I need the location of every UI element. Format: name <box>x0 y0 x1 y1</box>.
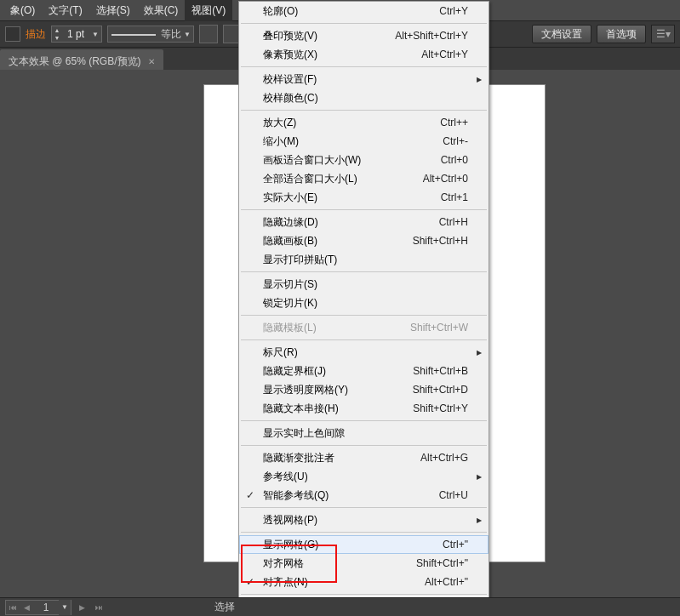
menu-item[interactable]: 校样颜色(C) <box>239 88 489 107</box>
menu-item[interactable]: 象(O) <box>3 0 42 21</box>
last-page-icon[interactable]: ⏭ <box>92 601 106 614</box>
menu-item[interactable]: 校样设置(F) <box>239 70 489 88</box>
menu-item[interactable]: 效果(C) <box>137 0 186 21</box>
menu-item[interactable]: 像素预览(X)Alt+Ctrl+Y <box>239 45 489 64</box>
menu-item[interactable]: 隐藏边缘(D)Ctrl+H <box>239 213 489 231</box>
menu-item-shortcut: Ctrl++ <box>440 117 468 128</box>
document-setup-button[interactable]: 文档设置 <box>532 25 591 43</box>
menu-item[interactable]: 锁定切片(K) <box>239 294 489 312</box>
menu-separator <box>241 66 487 67</box>
stroke-label: 描边 <box>26 27 46 42</box>
menu-item[interactable]: 实际大小(E)Ctrl+1 <box>239 188 489 207</box>
menu-item-label: 显示网格(G) <box>263 538 443 552</box>
menu-item-shortcut: Ctrl+1 <box>441 191 468 203</box>
menu-item[interactable]: 显示打印拼贴(T) <box>239 250 489 269</box>
page-value: 1 <box>33 602 59 613</box>
menu-item[interactable]: 标尺(R) <box>239 343 489 362</box>
menu-item-shortcut: Shift+Ctrl+W <box>410 322 468 334</box>
menu-item[interactable]: 缩小(M)Ctrl+- <box>239 132 489 151</box>
stepper-down-icon[interactable]: ▼ <box>52 34 62 42</box>
document-tab[interactable]: 文本效果 @ 65% (RGB/预览) ✕ <box>0 49 163 70</box>
close-icon[interactable]: ✕ <box>148 57 155 66</box>
menu-item-shortcut: Ctrl+U <box>439 489 468 501</box>
view-menu-dropdown: 轮廓(O)Ctrl+Y叠印预览(V)Alt+Shift+Ctrl+Y像素预览(X… <box>238 1 489 616</box>
prev-page-icon[interactable]: ◀ <box>20 601 33 614</box>
menu-item-shortcut: Ctrl+" <box>443 539 468 550</box>
menu-item[interactable]: 透视网格(P) <box>239 510 489 529</box>
menu-item-label: 参考线(U) <box>263 470 468 484</box>
menu-separator <box>241 445 487 446</box>
menu-item-label: 校样颜色(C) <box>263 91 468 106</box>
chevron-down-icon[interactable]: ▼ <box>59 600 71 615</box>
menu-item-label: 对齐网格 <box>263 556 416 571</box>
menu-separator <box>241 420 487 421</box>
stepper-up-icon[interactable]: ▲ <box>52 26 62 34</box>
menu-item-label: 显示实时上色间隙 <box>263 426 468 441</box>
menu-item[interactable]: 选择(S) <box>89 0 137 21</box>
menu-item[interactable]: 视图(V) <box>185 0 232 21</box>
stroke-color-swatch[interactable] <box>5 26 20 42</box>
next-page-icon[interactable]: ▶ <box>75 601 89 614</box>
menu-item-label: 像素预览(X) <box>263 48 421 62</box>
menu-item[interactable]: 显示切片(S) <box>239 275 489 294</box>
menu-item-shortcut: Ctrl+0 <box>441 154 468 166</box>
menu-item-label: 隐藏模板(L) <box>263 321 410 335</box>
menu-item-label: 标尺(R) <box>263 345 468 360</box>
menu-item[interactable]: 隐藏画板(B)Shift+Ctrl+H <box>239 231 489 250</box>
menu-item[interactable]: 叠印预览(V)Alt+Shift+Ctrl+Y <box>239 26 489 45</box>
menu-item[interactable]: 显示网格(G)Ctrl+" <box>239 535 489 554</box>
gear-icon[interactable]: ☰▾ <box>651 25 675 43</box>
menu-item[interactable]: 对齐点(N)Alt+Ctrl+" <box>239 573 489 591</box>
menu-item-label: 隐藏定界框(J) <box>263 364 413 379</box>
preferences-button[interactable]: 首选项 <box>597 25 646 43</box>
menu-item[interactable]: 轮廓(O)Ctrl+Y <box>239 2 489 20</box>
toolbar-option-1[interactable] <box>199 25 218 43</box>
menu-item-label: 放大(Z) <box>263 116 440 130</box>
menu-item-label: 透视网格(P) <box>263 513 468 528</box>
menu-item-label: 显示透明度网格(Y) <box>263 383 413 397</box>
page-navigator[interactable]: ⏮ ◀ 1 ▼ <box>5 600 71 615</box>
stroke-weight-value: 1 pt <box>62 28 89 40</box>
menu-item[interactable]: 全部适合窗口大小(L)Alt+Ctrl+0 <box>239 169 489 188</box>
document-tab-title: 文本效果 @ 65% (RGB/预览) <box>9 54 141 69</box>
menu-item-label: 隐藏边缘(D) <box>263 215 439 230</box>
status-bar: ⏮ ◀ 1 ▼ ▶ ⏭ 选择 <box>0 597 680 616</box>
stroke-style-dropdown[interactable]: 等比 ▼ <box>107 26 194 43</box>
menu-item-shortcut: Shift+Ctrl+B <box>413 365 468 377</box>
menu-item-label: 智能参考线(Q) <box>263 488 439 503</box>
menu-item[interactable]: 对齐网格Shift+Ctrl+" <box>239 554 489 573</box>
chevron-down-icon[interactable]: ▼ <box>181 26 193 42</box>
menu-item[interactable]: 显示实时上色间隙 <box>239 424 489 442</box>
menu-item-shortcut: Shift+Ctrl+D <box>413 384 468 396</box>
menu-item-shortcut: Alt+Ctrl+Y <box>421 48 468 60</box>
menu-item[interactable]: 智能参考线(Q)Ctrl+U <box>239 486 489 505</box>
menu-item-label: 缩小(M) <box>263 134 443 149</box>
chevron-down-icon[interactable]: ▼ <box>89 26 101 42</box>
stroke-weight-input[interactable]: ▲▼ 1 pt ▼ <box>51 26 102 43</box>
menu-item[interactable]: 隐藏定界框(J)Shift+Ctrl+B <box>239 362 489 380</box>
menu-item[interactable]: 隐藏渐变批注者Alt+Ctrl+G <box>239 448 489 467</box>
menu-item-shortcut: Alt+Ctrl+G <box>420 452 468 464</box>
menu-separator <box>241 110 487 111</box>
menu-item[interactable]: 参考线(U) <box>239 467 489 486</box>
menu-separator <box>241 507 487 508</box>
stroke-scale-label: 等比 <box>161 27 181 42</box>
menu-item-shortcut: Ctrl+- <box>443 135 468 147</box>
menu-item[interactable]: 放大(Z)Ctrl++ <box>239 113 489 132</box>
menu-item: 隐藏模板(L)Shift+Ctrl+W <box>239 318 489 337</box>
menu-item-shortcut: Shift+Ctrl+" <box>416 557 468 569</box>
menu-separator <box>241 594 487 595</box>
menu-item-label: 叠印预览(V) <box>263 29 395 43</box>
menu-item-shortcut: Shift+Ctrl+Y <box>413 402 468 414</box>
menu-item-shortcut: Alt+Ctrl+" <box>425 576 468 588</box>
menu-item-shortcut: Shift+Ctrl+H <box>413 235 468 247</box>
first-page-icon[interactable]: ⏮ <box>6 601 20 614</box>
menu-item-label: 轮廓(O) <box>263 4 439 19</box>
menu-item[interactable]: 隐藏文本串接(H)Shift+Ctrl+Y <box>239 399 489 418</box>
menu-item[interactable]: 显示透明度网格(Y)Shift+Ctrl+D <box>239 380 489 399</box>
menu-item[interactable]: 画板适合窗口大小(W)Ctrl+0 <box>239 151 489 169</box>
menu-separator <box>241 209 487 210</box>
menu-item[interactable]: 文字(T) <box>42 0 89 21</box>
menu-item-label: 实际大小(E) <box>263 191 441 205</box>
stroke-preview <box>108 26 159 42</box>
